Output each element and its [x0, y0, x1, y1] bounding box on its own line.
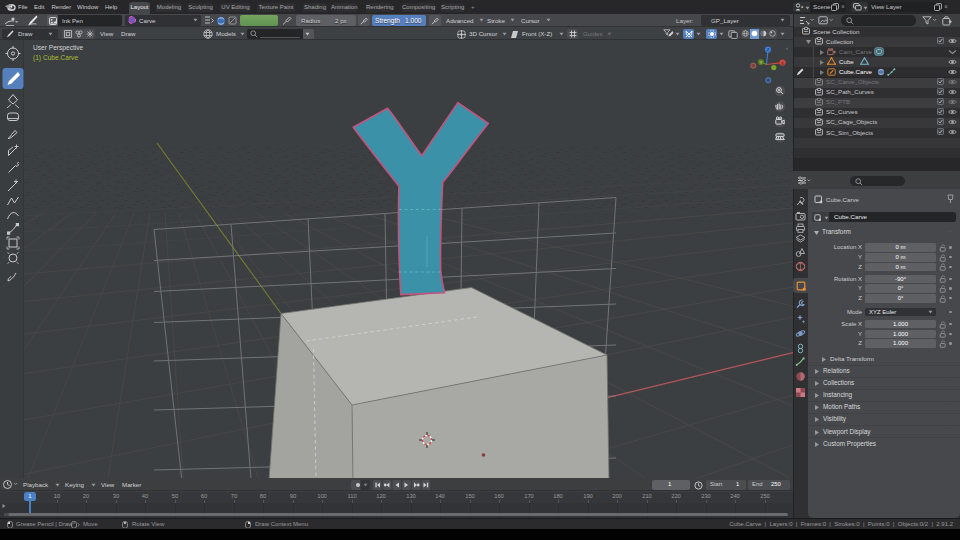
- svg-text:Z: Z: [767, 47, 770, 52]
- svg-text:Y: Y: [760, 60, 763, 65]
- svg-text:X: X: [781, 61, 784, 66]
